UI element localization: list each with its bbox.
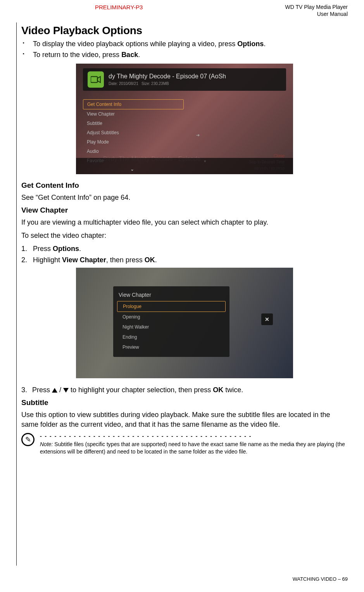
intro-bullet-1: To display the video playback options wh… — [21, 39, 348, 48]
step-2: Highlight View Chapter, then press OK. — [21, 255, 348, 265]
up-arrow-icon — [52, 388, 57, 393]
shot1-menu-item: Adjust Subtitles — [83, 128, 184, 137]
shot1-topbar: dy The Mighty Decode - Episode 07 (AoSh … — [83, 68, 286, 91]
shot1-menu-item: Get Content Info — [83, 99, 184, 109]
shot1-bottom-bar — [76, 158, 293, 174]
page-header: PRELIMINARY-P3 WD TV Play Media Player U… — [21, 4, 348, 17]
shot1-video-title: dy The Mighty Decode - Episode 07 (AoSh — [109, 73, 281, 80]
shot2-chapter-item: Night Walker — [117, 322, 226, 332]
screenshot-view-chapter: View Chapter Prologue Opening Night Walk… — [76, 268, 293, 378]
shot1-close-label: Close — [274, 153, 285, 158]
shot2-chapter-item: Opening — [117, 312, 226, 322]
shot2-panel-title: View Chapter — [113, 290, 229, 301]
page-footer: WATCHING VIDEO – 69 — [293, 576, 348, 582]
shot2-chapter-panel: View Chapter Prologue Opening Night Walk… — [113, 286, 229, 357]
note-text: Note: Subtitle files (specific types tha… — [40, 441, 348, 455]
shot2-chapter-item: Ending — [117, 332, 226, 342]
step-1: Press Options. — [21, 244, 348, 253]
shot2-chapter-item: Prologue — [117, 301, 226, 312]
close-icon: ✕ — [261, 313, 273, 325]
video-icon — [88, 71, 104, 88]
intro-bullets: To display the video playback options wh… — [21, 39, 348, 60]
shot1-menu-item: Audio — [83, 147, 184, 156]
step-3: 3.Press / to highlight your chapter sele… — [21, 385, 348, 395]
heading-view-chapter: View Chapter — [21, 206, 348, 215]
preliminary-stamp: PRELIMINARY-P3 — [95, 4, 143, 10]
view-chapter-p1: If you are viewing a multichapter video … — [21, 218, 348, 227]
shot1-menu-item: Subtitle — [83, 119, 184, 128]
down-arrow-icon — [63, 388, 69, 393]
view-chapter-p2: To select the video chapter: — [21, 231, 348, 240]
note-block: ✎ - - - - - - - - - - - - - - - - - - - … — [21, 433, 348, 455]
product-line-2: User Manual — [317, 11, 348, 17]
product-title: WD TV Play Media Player User Manual — [285, 4, 348, 17]
shot1-menu-item: View Chapter — [83, 109, 184, 119]
note-icon: ✎ — [21, 433, 35, 446]
subtitle-text: Use this option to view subtitles during… — [21, 410, 348, 429]
heading-subtitle: Subtitle — [21, 398, 348, 407]
view-chapter-steps: Press Options. Highlight View Chapter, t… — [21, 244, 348, 265]
arrow-right-icon: ➔ — [196, 133, 200, 138]
heading-get-content-info: Get Content Info — [21, 181, 348, 190]
shot1-menu-item: Play Mode — [83, 137, 184, 147]
shot1-meta: Date: 2010/08/21 Size: 230.23MB — [109, 81, 281, 86]
screenshot-playback-options: dy The Mighty Decode - Episode 07 (AoSh … — [76, 64, 293, 174]
shot2-chapter-item: Preview — [117, 342, 226, 352]
intro-bullet-2: To return to the video, press Back. — [21, 50, 348, 59]
svg-rect-0 — [91, 76, 97, 82]
note-divider: - - - - - - - - - - - - - - - - - - - - … — [40, 433, 348, 439]
left-margin-rule — [16, 23, 17, 566]
product-line-1: WD TV Play Media Player — [285, 4, 348, 10]
get-content-info-text: See “Get Content Info” on page 64. — [21, 193, 348, 202]
page-title: Video Playback Options — [21, 24, 348, 37]
chevron-down-icon: ⌄ — [130, 166, 134, 172]
